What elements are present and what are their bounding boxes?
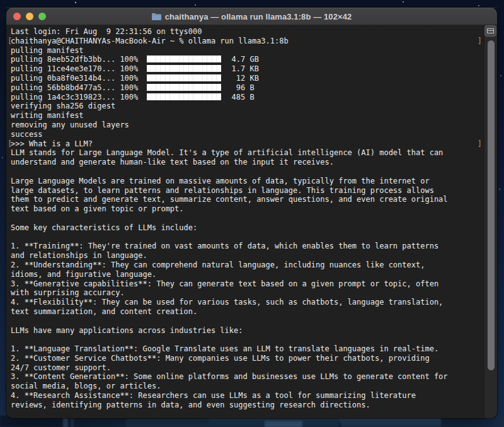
terminal-line: LLMs have many applications across indus… — [11, 326, 497, 336]
terminal-line: and relationships in language. — [11, 251, 497, 260]
terminal-line: with surprising accuracy. — [11, 288, 497, 298]
minimize-button[interactable] — [26, 13, 33, 20]
prompt-mark: ] — [478, 139, 482, 149]
terminal-line-progress: pulling 8eeb52dfb3bb... 100%4.7 GB — [11, 55, 497, 64]
terminal-line: Last login: Fri Aug 9 22:31:56 on ttys00… — [11, 27, 497, 37]
terminal-output[interactable]: Last login: Fri Aug 9 22:31:56 on ttys00… — [6, 25, 497, 418]
scrollbar-thumb[interactable] — [488, 40, 495, 370]
terminal-line: Large Language Models are trained on mas… — [11, 177, 497, 186]
terminal-line: idioms, and figurative language. — [11, 270, 497, 279]
progress-bar — [147, 74, 221, 81]
terminal-line: text summarization, and content creation… — [11, 307, 497, 317]
proxy-folder-icon — [152, 13, 161, 20]
progress-bar — [147, 93, 221, 100]
split-pane-icon — [487, 28, 494, 33]
terminal-line: 1. **Training**: They're trained on vast… — [11, 242, 497, 251]
terminal-line — [11, 233, 497, 242]
terminal-line: text based on a given topic or prompt. — [11, 204, 497, 214]
prompt-mark: [ — [8, 139, 12, 149]
terminal-window: chaithanya — ollama run llama3.1:8b — 10… — [6, 8, 497, 418]
prompt-mark: ] — [478, 37, 482, 46]
terminal-line: 2. **Understanding**: They can comprehen… — [11, 260, 497, 270]
terminal-line-progress: pulling 56bb8bd477a5... 100%96 B — [11, 83, 497, 93]
terminal-line: large datasets, to learn patterns and re… — [11, 186, 497, 196]
terminal-line: 1. **Language Translation**: Google Tran… — [11, 344, 497, 354]
terminal-line: chaithanya@CHAITHANYAs-MacBook-Air ~ % o… — [11, 37, 497, 46]
terminal-line: social media, blogs, or articles. — [11, 382, 497, 391]
zoom-button[interactable] — [38, 13, 46, 20]
progress-bar — [147, 56, 221, 62]
terminal-line-progress: pulling 1a4c3c319823... 100%485 B — [11, 93, 497, 102]
terminal-line: Some key characteristics of LLMs include… — [11, 223, 497, 233]
terminal-line: 3. **Generative capabilities**: They can… — [11, 279, 497, 289]
terminal-line — [11, 317, 497, 326]
titlebar[interactable]: chaithanya — ollama run llama3.1:8b — 10… — [6, 8, 497, 25]
close-button[interactable] — [13, 13, 21, 20]
terminal-line: 4. **Research Assistance**: Researchers … — [11, 391, 497, 401]
terminal-line — [11, 214, 497, 223]
split-pane-button[interactable] — [484, 25, 496, 37]
scrollbar-track[interactable] — [484, 25, 497, 418]
terminal-line: success — [11, 130, 497, 139]
terminal-line: 2. **Customer Service Chatbots**: Many c… — [11, 354, 497, 363]
terminal-line — [11, 167, 497, 177]
progress-bar — [147, 84, 221, 91]
terminal-line: verifying sha256 digest — [11, 102, 497, 111]
terminal-line-progress: pulling 11ce4ee3e170... 100%1.7 KB — [11, 64, 497, 74]
terminal-line — [11, 335, 497, 344]
terminal-line: LLM stands for Large Language Model. It'… — [11, 148, 497, 158]
terminal-line: pulling manifest — [11, 46, 497, 56]
terminal-line: 4. **Flexibility**: They can be used for… — [11, 298, 497, 307]
prompt-mark: [ — [8, 37, 12, 46]
terminal-line: reviews, identifying patterns in data, a… — [11, 401, 497, 410]
terminal-line: 24/7 customer support. — [11, 363, 497, 373]
terminal-line: 3. **Content Generation**: Some online p… — [11, 372, 497, 382]
window-title: chaithanya — ollama run llama3.1:8b — 10… — [165, 12, 352, 21]
terminal-line-progress: pulling 0ba8f0e314b4... 100%12 KB — [11, 74, 497, 83]
terminal-line: them to predict and generate text, summa… — [11, 195, 497, 204]
terminal-line: understand and generate human-like text … — [11, 158, 497, 167]
progress-bar — [147, 65, 221, 72]
terminal-line: writing manifest — [11, 111, 497, 120]
terminal-line: removing any unused layers — [11, 120, 497, 130]
terminal-line: >>> What is a LLM?[] — [11, 139, 497, 149]
